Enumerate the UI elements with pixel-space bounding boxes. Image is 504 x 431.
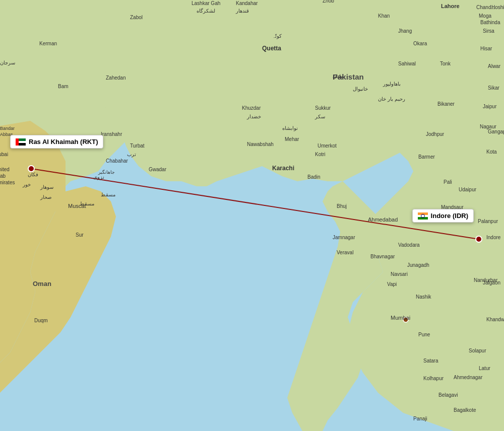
svg-text:Alwar: Alwar [488, 63, 501, 69]
svg-text:Sirsa: Sirsa [483, 28, 494, 34]
origin-airport-text: Ras Al Khaimah (RKT) [29, 138, 98, 146]
svg-text:رحیم یار خان: رحیم یار خان [378, 96, 405, 102]
svg-text:ملتان: ملتان [333, 74, 343, 79]
svg-text:Bhavnagar: Bhavnagar [370, 254, 395, 259]
svg-text:Jhang: Jhang [398, 28, 412, 34]
svg-text:Panaji: Panaji [413, 416, 427, 421]
india-flag [418, 212, 428, 220]
svg-text:باهاولپور: باهاولپور [383, 81, 401, 87]
svg-text:Ahmednagar: Ahmednagar [454, 375, 483, 380]
svg-point-4 [476, 236, 482, 242]
svg-text:Bathinda: Bathinda [480, 20, 500, 25]
svg-text:قندهار: قندهار [235, 8, 249, 14]
svg-text:Veraval: Veraval [337, 250, 353, 255]
svg-text:Gwadar: Gwadar [149, 167, 167, 172]
svg-text:Dubai: Dubai [0, 152, 8, 157]
svg-text:Belagavi: Belagavi [438, 392, 458, 398]
svg-text:Bandar: Bandar [0, 126, 15, 131]
destination-airport-text: Indore (IDR) [431, 212, 468, 220]
svg-text:Duqm: Duqm [34, 318, 48, 323]
svg-text:Hisar: Hisar [480, 46, 492, 51]
svg-text:Zhob: Zhob [323, 0, 334, 4]
svg-text:Pune: Pune [418, 332, 430, 337]
svg-text:Quetta: Quetta [262, 45, 281, 52]
svg-text:مسقط: مسقط [80, 201, 94, 206]
svg-text:Lahore: Lahore [441, 3, 460, 9]
svg-text:Navsari: Navsari [391, 271, 408, 277]
svg-text:Khuzdar: Khuzdar [242, 105, 261, 111]
svg-text:Zabol: Zabol [130, 15, 143, 20]
svg-text:Tonk: Tonk [440, 61, 451, 66]
svg-text:Arab: Arab [0, 173, 6, 179]
destination-airport-label: Indore (IDR) [412, 209, 474, 223]
svg-text:Vadodara: Vadodara [398, 242, 420, 248]
svg-text:خضدار: خضدار [246, 114, 261, 120]
svg-text:Sur: Sur [76, 232, 84, 238]
svg-text:Kandahar: Kandahar [236, 1, 258, 6]
origin-airport-label: Ras Al Khaimah (RKT) [10, 135, 103, 149]
svg-text:جاهانگیر: جاهانگیر [98, 169, 115, 175]
svg-text:Nashik: Nashik [416, 294, 432, 300]
svg-text:Pali: Pali [444, 179, 452, 185]
svg-text:Lashkar Gah: Lashkar Gah [192, 1, 220, 6]
svg-text:Satara: Satara [423, 358, 438, 364]
svg-text:صحار: صحار [40, 194, 51, 200]
svg-text:Zahedan: Zahedan [106, 75, 125, 81]
svg-text:Jaipur: Jaipur [483, 104, 497, 109]
svg-text:کوتّہ: کوتّہ [272, 33, 282, 39]
svg-text:Kerman: Kerman [39, 41, 57, 46]
svg-text:Iranshahr: Iranshahr [101, 131, 122, 137]
svg-text:Nandurbar: Nandurbar [474, 277, 498, 283]
svg-text:Gangapur: Gangapur [488, 129, 504, 134]
svg-text:Jodhpur: Jodhpur [426, 131, 445, 137]
svg-text:Kotri: Kotri [315, 152, 326, 157]
svg-text:Bhuj: Bhuj [337, 203, 347, 209]
svg-text:Solapur: Solapur [469, 348, 486, 353]
svg-text:Kota: Kota [486, 149, 497, 155]
svg-text:Mumbai: Mumbai [391, 315, 410, 321]
svg-text:Vapi: Vapi [387, 281, 397, 287]
svg-text:Palanpur: Palanpur [478, 219, 498, 224]
svg-text:Latur: Latur [479, 366, 490, 371]
svg-text:Moga: Moga [479, 13, 491, 19]
svg-text:لشکرگاه: لشکرگاه [197, 8, 215, 14]
svg-text:Chand...: Chand... [476, 5, 495, 10]
svg-text:نوابشاه: نوابشاه [282, 125, 298, 131]
svg-point-3 [28, 166, 34, 172]
svg-text:Ahmedabad: Ahmedabad [368, 217, 398, 223]
svg-text:Junagadh: Junagadh [407, 262, 429, 268]
svg-text:Umerkot: Umerkot [318, 143, 337, 149]
svg-text:Karachi: Karachi [272, 165, 294, 172]
svg-text:سوهار: سوهار [40, 184, 53, 190]
svg-text:Sahiwal: Sahiwal [398, 61, 416, 66]
svg-text:Bagalkote: Bagalkote [454, 407, 476, 413]
svg-text:Bikaner: Bikaner [437, 101, 455, 107]
uae-flag [16, 138, 26, 146]
svg-text:سرجان: سرجان [0, 60, 15, 66]
svg-text:خانیوال: خانیوال [353, 86, 368, 92]
svg-text:Chabahar: Chabahar [106, 158, 129, 164]
svg-text:Nawabshah: Nawabshah [247, 141, 274, 147]
svg-text:Barmer: Barmer [418, 154, 435, 160]
svg-text:Oman: Oman [33, 280, 51, 288]
svg-text:Sukkur: Sukkur [315, 105, 331, 111]
svg-text:Emirates: Emirates [0, 180, 15, 185]
svg-text:مسقط: مسقط [101, 192, 115, 197]
svg-text:سکر: سکر [314, 114, 325, 120]
svg-text:Udaipur: Udaipur [459, 187, 477, 192]
svg-text:خور: خور [22, 182, 31, 188]
svg-text:Khandwa: Khandwa [486, 317, 504, 322]
svg-text:Kolhapur: Kolhapur [423, 376, 444, 381]
svg-text:نزوى: نزوى [93, 174, 104, 180]
svg-text:Khan: Khan [378, 13, 390, 19]
svg-text:Sikar: Sikar [488, 85, 499, 91]
svg-text:Bam: Bam [58, 84, 69, 89]
svg-text:Jamnagar: Jamnagar [333, 235, 355, 240]
map-container: Lahore Quetta Pakistan Karachi Muscat Om… [0, 0, 504, 431]
svg-text:United: United [0, 167, 10, 172]
svg-text:Badin: Badin [307, 174, 321, 180]
svg-text:Indore: Indore [486, 235, 501, 240]
svg-text:فكان: فكان [28, 172, 38, 177]
svg-text:ترب: ترب [127, 152, 136, 158]
svg-text:Mehar: Mehar [285, 136, 299, 142]
